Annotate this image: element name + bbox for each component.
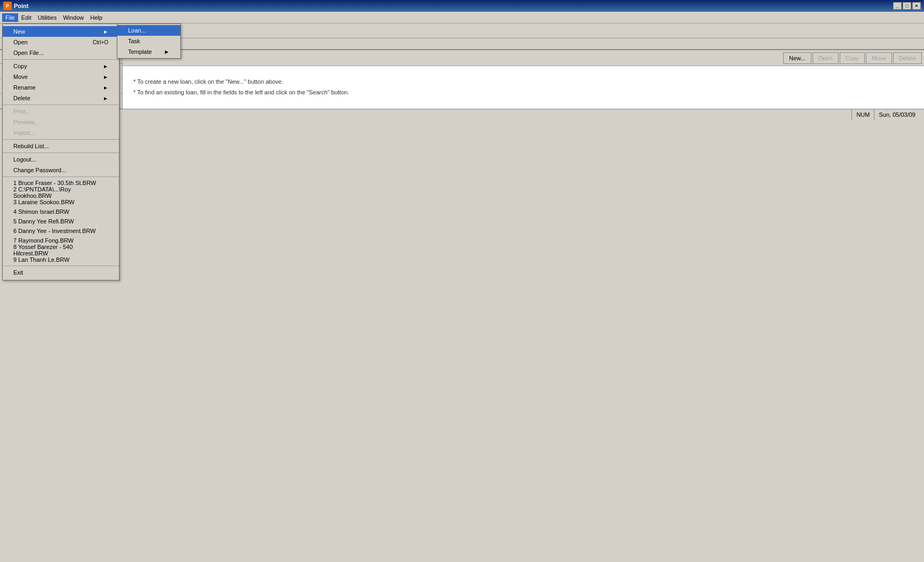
copy-button[interactable]: Copy (840, 52, 865, 64)
status-numlock: NUM (851, 109, 874, 121)
menu-logout-label: Logout... (13, 156, 36, 163)
menu-rename-label: Rename (13, 84, 36, 91)
submenu-loan-label: Loan... (128, 27, 146, 34)
menu-open-file[interactable]: Open File... (3, 47, 119, 58)
menu-utilities[interactable]: Utilities (35, 13, 60, 22)
content-wrapper: ✓ Tasks ▼ 📊 Reports & Marketing ▼ 📄 Temp… (0, 50, 924, 109)
hint2: * To find an existing loan, fill in the … (133, 87, 913, 98)
menu-rebuild-label: Rebuild List... (13, 143, 49, 149)
submenu-task[interactable]: Task (117, 36, 180, 46)
menu-move-arrow: ► (103, 74, 108, 80)
menu-section-logout: Logout... Change Password... (3, 153, 119, 177)
submenu-template-label: Template (128, 49, 152, 55)
menu-new-arrow: ► (103, 29, 108, 35)
app-title: Point (14, 3, 893, 9)
menu-change-password[interactable]: Change Password... (3, 165, 119, 175)
menu-recent-6[interactable]: 6 Danny Yee - Investment.BRW (3, 226, 119, 236)
menu-recent-3[interactable]: 3 Laraine Sookoo.BRW (3, 197, 119, 207)
move-button[interactable]: Move (866, 52, 892, 64)
delete-button[interactable]: Delete (893, 52, 922, 64)
content-body: * To create a new loan, click on the "Ne… (123, 66, 924, 109)
menu-exit-label: Exit (13, 269, 23, 276)
hint1: * To create a new loan, click on the "Ne… (133, 77, 913, 87)
menu-section-recent: 1 Bruce Fraser - 30.5th St.BRW2 C:\PNTDA… (3, 177, 119, 266)
menu-recent-8[interactable]: 8 Yossef Barezer - 540 Hilcrest.BRW (3, 245, 119, 255)
menu-rename-arrow: ► (103, 85, 108, 91)
action-bar: New... Open Copy Move Delete (123, 50, 924, 66)
menu-section-print: Print... Preview... Import... (3, 105, 119, 140)
submenu-task-label: Task (128, 38, 140, 44)
app-icon: P (3, 2, 12, 10)
submenu-template[interactable]: Template ► (117, 46, 180, 57)
menu-copy-label: Copy (13, 63, 27, 69)
new-submenu: Loan... Task Template ► (117, 23, 181, 59)
menu-window[interactable]: Window (60, 13, 87, 22)
menu-section-copy: Copy ► Move ► Rename ► Delete ► (3, 60, 119, 105)
menu-import-label: Import... (13, 130, 35, 136)
menu-section-exit: Exit (3, 266, 119, 279)
menu-rename[interactable]: Rename ► (3, 82, 119, 93)
menu-delete[interactable]: Delete ► (3, 93, 119, 103)
menu-help[interactable]: Help (87, 13, 106, 22)
menu-new[interactable]: New ► (3, 26, 119, 37)
menu-print: Print... (3, 106, 119, 117)
menu-change-password-label: Change Password... (13, 167, 66, 173)
main-content: New... Open Copy Move Delete * To create… (123, 50, 924, 109)
maximize-button[interactable]: □ (903, 2, 911, 10)
menu-section-new: New ► Open Ctrl+O Open File... (3, 25, 119, 60)
menu-file[interactable]: File (2, 13, 18, 22)
menu-delete-label: Delete (13, 95, 30, 101)
menu-exit[interactable]: Exit (3, 267, 119, 278)
menu-move-label: Move (13, 74, 28, 80)
title-bar-buttons: _ □ × (893, 2, 921, 10)
file-menu-dropdown: New ► Open Ctrl+O Open File... Copy ► Mo… (2, 23, 120, 280)
submenu-template-arrow: ► (164, 49, 170, 55)
menu-open-label: Open (13, 39, 28, 45)
menu-edit[interactable]: Edit (18, 13, 35, 22)
menu-move[interactable]: Move ► (3, 71, 119, 82)
menu-logout[interactable]: Logout... (3, 154, 119, 165)
menu-open-shortcut: Ctrl+O (93, 39, 108, 45)
open-button[interactable]: Open (813, 52, 839, 64)
minimize-button[interactable]: _ (893, 2, 902, 10)
status-date: Sun, 05/03/09 (874, 109, 920, 121)
title-bar: P Point _ □ × (0, 0, 924, 12)
submenu-loan[interactable]: Loan... (117, 25, 180, 36)
menu-delete-arrow: ► (103, 95, 108, 101)
menu-import: Import... (3, 127, 119, 138)
menu-bar: File Edit Utilities Window Help (0, 12, 924, 23)
menu-print-label: Print... (13, 108, 30, 115)
menu-copy[interactable]: Copy ► (3, 61, 119, 71)
menu-rebuild[interactable]: Rebuild List... (3, 141, 119, 151)
menu-section-rebuild: Rebuild List... (3, 140, 119, 153)
status-bar: Tom Mac NUM Sun, 05/03/09 (0, 109, 924, 121)
menu-preview: Preview... (3, 117, 119, 127)
menu-recent-9[interactable]: 9 Lan Thanh Le.BRW (3, 255, 119, 264)
menu-preview-label: Preview... (13, 119, 39, 125)
menu-open[interactable]: Open Ctrl+O (3, 37, 119, 47)
menu-copy-arrow: ► (103, 63, 108, 69)
close-button[interactable]: × (912, 2, 921, 10)
menu-new-label: New (13, 28, 25, 35)
menu-recent-5[interactable]: 5 Danny Yee Refi.BRW (3, 216, 119, 226)
menu-recent-2[interactable]: 2 C:\PNTDATA\...\Roy Sookhoo.BRW (3, 188, 119, 197)
menu-open-file-label: Open File... (13, 50, 44, 56)
menu-recent-4[interactable]: 4 Shimon Israel.BRW (3, 207, 119, 216)
new-button[interactable]: New... (783, 52, 811, 64)
